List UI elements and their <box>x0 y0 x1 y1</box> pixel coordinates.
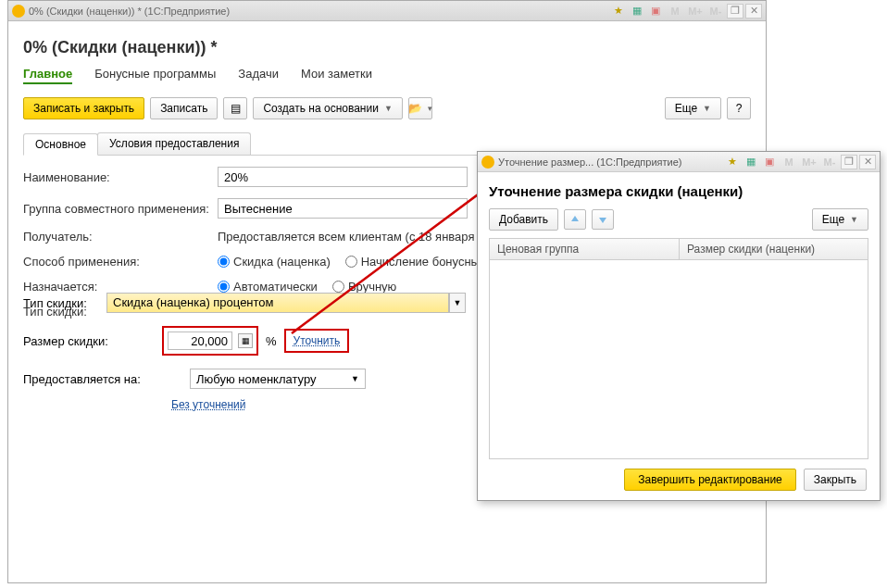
assigned-opt-manual[interactable]: Вручную <box>332 280 396 294</box>
add-button[interactable]: Добавить <box>489 208 558 231</box>
dlg-more-button[interactable]: Еще▼ <box>812 208 868 231</box>
app-icon <box>12 5 25 18</box>
main-titlebar: 0% (Скидки (наценки)) * (1С:Предприятие)… <box>8 1 766 21</box>
recipient-label: Получатель: <box>23 230 218 244</box>
save-button[interactable]: Записать <box>150 97 218 119</box>
move-down-button[interactable] <box>592 209 614 230</box>
method-label: Способ применения: <box>23 255 218 269</box>
type-label-2: Тип скидки: <box>23 296 106 310</box>
dialog-table-header: Ценовая группа Размер скидки (наценки) <box>490 239 868 260</box>
col-price-group: Ценовая группа <box>490 239 680 259</box>
dialog-footer: Завершить редактирование Закрыть <box>489 469 868 491</box>
col-discount-size: Размер скидки (наценки) <box>680 239 868 259</box>
help-button[interactable]: ? <box>727 97 751 119</box>
create-based-button[interactable]: Создать на основании▼ <box>253 97 402 119</box>
dlg-favorite-icon[interactable]: ★ <box>724 155 741 169</box>
name-input[interactable] <box>218 167 468 187</box>
window-title: 0% (Скидки (наценки)) * (1С:Предприятие) <box>29 6 230 17</box>
dialog-toolbar: Добавить Еще▼ <box>489 208 868 231</box>
dialog-window-title: Уточнение размер... (1С:Предприятие) <box>498 156 682 168</box>
dlg-mminus-button[interactable]: M- <box>820 155 839 169</box>
attach-icon-button[interactable]: 📂▾ <box>408 97 432 119</box>
applies-label: Предоставляется на: <box>23 372 190 386</box>
size-label: Размер скидки: <box>23 334 162 348</box>
tab-notes[interactable]: Мои заметки <box>301 67 372 84</box>
dlg-maximize-icon[interactable]: ❐ <box>841 155 857 169</box>
subtab-basic[interactable]: Основное <box>23 133 98 156</box>
close-button[interactable]: Закрыть <box>804 469 867 491</box>
window-maximize-icon[interactable]: ❐ <box>727 4 743 19</box>
assigned-label: Назначается: <box>23 280 218 294</box>
dlg-calendar-icon[interactable]: ▣ <box>761 155 778 169</box>
save-close-button[interactable]: Записать и закрыть <box>23 97 144 119</box>
dlg-calculator-icon[interactable]: ▦ <box>743 155 759 169</box>
window-close-icon[interactable]: ✕ <box>745 4 762 19</box>
dlg-m-button[interactable]: M <box>780 155 798 169</box>
favorite-icon[interactable]: ★ <box>610 4 627 19</box>
dlg-mplus-button[interactable]: M+ <box>800 155 818 169</box>
main-toolbar: Записать и закрыть Записать ▤ Создать на… <box>23 97 751 119</box>
calendar-icon[interactable]: ▣ <box>647 4 664 19</box>
subtab-conditions[interactable]: Условия предоставления <box>97 132 251 155</box>
type-caret-icon[interactable]: ▼ <box>449 293 466 313</box>
method-opt-discount[interactable]: Скидка (наценка) <box>218 255 331 269</box>
mminus-button[interactable]: M- <box>706 4 725 19</box>
refine-link[interactable]: Уточнить <box>294 334 341 347</box>
no-refine-link[interactable]: Без уточнений <box>171 398 245 411</box>
page-title: 0% (Скидки (наценки)) * <box>23 38 751 57</box>
dialog-titlebar: Уточнение размер... (1С:Предприятие) ★ ▦… <box>478 152 880 172</box>
size-input-highlight: ▦ <box>162 326 258 356</box>
dlg-close-icon[interactable]: ✕ <box>859 155 876 169</box>
m-button[interactable]: M <box>666 4 684 19</box>
refine-highlight: Уточнить <box>284 329 350 353</box>
dialog-table[interactable]: Ценовая группа Размер скидки (наценки) <box>489 238 868 459</box>
dialog-app-icon <box>481 156 494 169</box>
assigned-opt-auto[interactable]: Автоматически <box>218 280 318 294</box>
dialog-title: Уточнение размера скидки (наценки) <box>489 183 868 199</box>
size-unit: % <box>266 334 277 348</box>
dialog-body: Уточнение размера скидки (наценки) Добав… <box>478 172 880 500</box>
mplus-button[interactable]: M+ <box>686 4 705 19</box>
nav-tabs: Главное Бонусные программы Задачи Мои за… <box>23 67 751 84</box>
more-button[interactable]: Еще▼ <box>665 97 721 119</box>
group-input[interactable] <box>218 198 468 219</box>
calculator-mini-icon[interactable]: ▦ <box>238 333 253 348</box>
report-icon-button[interactable]: ▤ <box>223 97 247 119</box>
group-label: Группа совместного применения: <box>23 202 218 216</box>
move-up-button[interactable] <box>564 209 586 230</box>
size-input[interactable] <box>168 332 232 350</box>
tab-bonus[interactable]: Бонусные программы <box>94 67 216 84</box>
calculator-icon[interactable]: ▦ <box>629 4 645 19</box>
tab-main[interactable]: Главное <box>23 67 72 84</box>
tab-tasks[interactable]: Задачи <box>238 67 279 84</box>
type-select[interactable]: Скидка (наценка) процентом <box>106 293 449 313</box>
finish-edit-button[interactable]: Завершить редактирование <box>624 469 796 491</box>
name-label: Наименование: <box>23 170 218 184</box>
refine-dialog: Уточнение размер... (1С:Предприятие) ★ ▦… <box>477 151 881 501</box>
applies-select[interactable]: Любую номенклатуру▼ <box>190 369 366 389</box>
